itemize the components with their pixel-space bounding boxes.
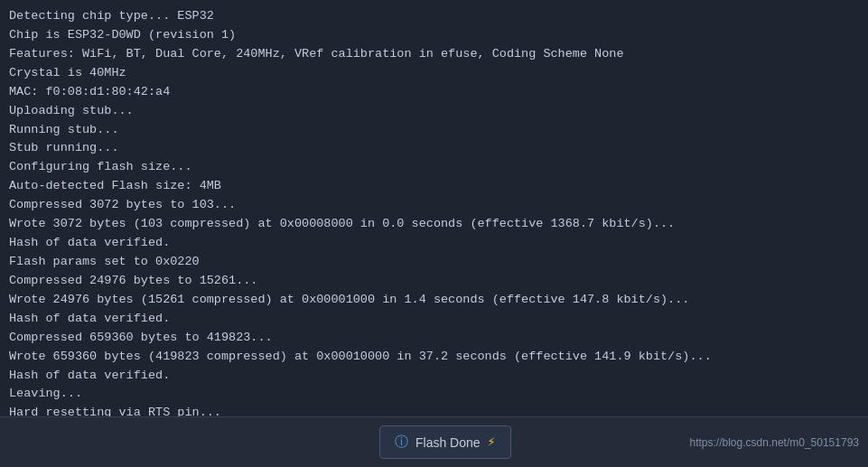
terminal-line: Stub running... [9,139,859,158]
lightning-icon: ⚡ [488,434,496,451]
terminal-line: Auto-detected Flash size: 4MB [9,177,859,196]
terminal-line: Running stub... [9,121,859,140]
terminal-line: Detecting chip type... ESP32 [9,7,859,26]
terminal-line: Flash params set to 0x0220 [9,253,859,272]
terminal-line: Hash of data verified. [9,310,859,329]
terminal-line: Hash of data verified. [9,234,859,253]
terminal-line: Compressed 24976 bytes to 15261... [9,272,859,291]
url-label: https://blog.csdn.net/m0_50151793 [690,436,868,449]
terminal-line: Crystal is 40MHz [9,64,859,83]
terminal-line: Chip is ESP32-D0WD (revision 1) [9,26,859,45]
terminal-line: Wrote 3072 bytes (103 compressed) at 0x0… [9,215,859,234]
terminal-line: Features: WiFi, BT, Dual Core, 240MHz, V… [9,45,859,64]
terminal-line: MAC: f0:08:d1:80:42:a4 [9,83,859,102]
flash-done-label: Flash Done [415,435,481,450]
terminal-line: Configuring flash size... [9,158,859,177]
info-icon: ⓘ [395,434,408,451]
terminal-line: Wrote 659360 bytes (419823 compressed) a… [9,348,859,367]
terminal-line: Wrote 24976 bytes (15261 compressed) at … [9,291,859,310]
terminal-line: Leaving... [9,385,859,404]
terminal-line: Uploading stub... [9,102,859,121]
terminal-line: Compressed 659360 bytes to 419823... [9,329,859,348]
terminal-line: Hard resetting via RTS pin... [9,404,859,416]
status-bar: ⓘ Flash Done ⚡ https://blog.csdn.net/m0_… [0,416,868,467]
flash-done-notification: ⓘ Flash Done ⚡ [379,425,511,459]
terminal-line: Compressed 3072 bytes to 103... [9,196,859,215]
terminal-line: Hash of data verified. [9,367,859,386]
terminal-output: Detecting chip type... ESP32Chip is ESP3… [0,0,868,416]
